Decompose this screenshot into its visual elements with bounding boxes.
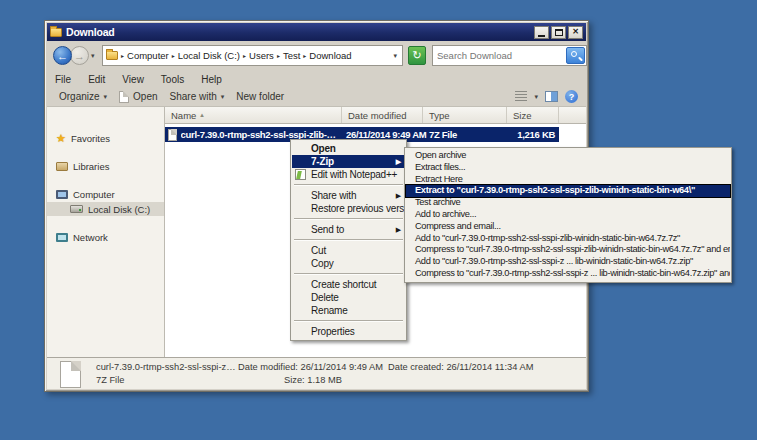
menu-tools[interactable]: Tools: [161, 74, 184, 85]
7zip-submenu: Open archive Extract files... Extract He…: [404, 147, 732, 283]
forward-button[interactable]: →: [70, 46, 89, 65]
views-dropdown-icon[interactable]: ▾: [534, 93, 538, 101]
address-dropdown-icon[interactable]: ▾: [393, 52, 399, 60]
organize-label: Organize: [59, 91, 100, 102]
details-size: Size: 1.18 MB: [284, 375, 342, 385]
help-icon[interactable]: ?: [565, 90, 578, 103]
column-label: Name: [171, 110, 196, 121]
menu-separator: [294, 218, 403, 220]
breadcrumb-separator-icon: ▸: [243, 52, 246, 59]
breadcrumb-item-computer[interactable]: Computer: [127, 50, 169, 61]
context-menu-item-create-shortcut[interactable]: Create shortcut: [292, 278, 405, 291]
search-button[interactable]: [566, 47, 585, 64]
context-menu: Open 7-Zip ▶ Edit with Notepad++ Share w…: [290, 139, 407, 341]
sidebar-item-favorites[interactable]: ★ Favorites: [47, 131, 164, 145]
context-menu-item-copy[interactable]: Copy: [292, 257, 405, 270]
column-header-type[interactable]: Type: [423, 107, 507, 123]
sidebar-item-network[interactable]: Network: [47, 230, 164, 244]
submenu-item-extract-to[interactable]: Extract to "curl-7.39.0-rtmp-ssh2-ssl-ss…: [406, 185, 730, 197]
maximize-button[interactable]: [551, 26, 566, 39]
submenu-item-compress-zip-email[interactable]: Compress to "curl-7.39.0-rtmp-ssh2-ssl-s…: [406, 268, 730, 280]
chevron-down-icon: ▾: [221, 93, 225, 101]
breadcrumb[interactable]: ▸ Computer ▸ Local Disk (C:) ▸ Users ▸ T…: [102, 45, 403, 66]
menu-edit[interactable]: Edit: [88, 74, 105, 85]
submenu-arrow-icon: ▶: [396, 192, 401, 199]
file-type: 7Z File: [423, 129, 507, 140]
breadcrumb-item-users[interactable]: Users: [249, 50, 274, 61]
submenu-item-extract-here[interactable]: Extract Here: [406, 174, 730, 186]
search-input[interactable]: [437, 48, 562, 63]
new-folder-label: New folder: [236, 91, 284, 102]
submenu-item-compress-email[interactable]: Compress and email...: [406, 221, 730, 233]
column-header-size[interactable]: Size: [507, 107, 559, 123]
nav-history-dropdown[interactable]: ▾: [91, 52, 95, 60]
submenu-item-add-to-7z[interactable]: Add to "curl-7.39.0-rtmp-ssh2-ssl-sspi-z…: [406, 233, 730, 245]
context-menu-item-rename[interactable]: Rename: [292, 304, 405, 317]
address-band: ← → ▾ ▸ Computer ▸ Local Disk (C:) ▸ Use…: [47, 41, 586, 71]
notepad-plus-plus-icon: [295, 169, 306, 180]
minimize-button[interactable]: [534, 26, 549, 39]
column-header-name[interactable]: Name ▴: [165, 107, 342, 123]
close-icon: ✕: [572, 28, 579, 36]
breadcrumb-separator-icon: ▸: [303, 52, 306, 59]
context-menu-item-open[interactable]: Open: [292, 142, 405, 155]
search-icon: [571, 51, 577, 57]
folder-icon: [50, 28, 62, 37]
submenu-item-add-to-zip[interactable]: Add to "curl-7.39.0-rtmp-ssh2-ssl-sspi-z…: [406, 256, 730, 268]
menu-view[interactable]: View: [122, 74, 144, 85]
context-menu-item-7zip[interactable]: 7-Zip ▶: [292, 155, 405, 168]
breadcrumb-separator-icon: ▸: [277, 52, 280, 59]
change-view-icon[interactable]: [515, 91, 527, 102]
column-header-date-modified[interactable]: Date modified: [342, 107, 423, 123]
refresh-button[interactable]: ↻: [408, 46, 426, 65]
close-button[interactable]: ✕: [568, 26, 583, 39]
column-label: Date modified: [348, 110, 407, 121]
details-file-type: 7Z File: [96, 375, 124, 385]
context-menu-item-edit-notepad[interactable]: Edit with Notepad++: [292, 168, 405, 181]
back-icon: ←: [57, 50, 68, 62]
submenu-item-add-to-archive[interactable]: Add to archive...: [406, 209, 730, 221]
sidebar-label: Libraries: [73, 161, 109, 172]
menu-help[interactable]: Help: [201, 74, 222, 85]
context-menu-item-restore-versions[interactable]: Restore previous versions: [292, 202, 405, 215]
context-menu-label: Edit with Notepad++: [311, 169, 397, 180]
submenu-arrow-icon: ▶: [396, 158, 401, 165]
sidebar-item-local-disk[interactable]: Local Disk (C:): [47, 202, 164, 216]
context-menu-item-cut[interactable]: Cut: [292, 244, 405, 257]
breadcrumb-item-test[interactable]: Test: [283, 50, 300, 61]
file-icon: [168, 129, 177, 141]
menu-separator: [294, 273, 403, 275]
title-bar[interactable]: Download ✕: [47, 23, 586, 41]
organize-button[interactable]: Organize ▾: [59, 91, 107, 102]
context-menu-item-delete[interactable]: Delete: [292, 291, 405, 304]
breadcrumb-item-local-disk[interactable]: Local Disk (C:): [178, 50, 240, 61]
share-with-label: Share with: [170, 91, 217, 102]
context-menu-item-share-with[interactable]: Share with ▶: [292, 189, 405, 202]
sidebar-label: Favorites: [71, 133, 110, 144]
context-menu-item-properties[interactable]: Properties: [292, 325, 405, 338]
submenu-arrow-icon: ▶: [396, 226, 401, 233]
file-icon: [119, 91, 129, 103]
breadcrumb-item-download[interactable]: Download: [309, 50, 351, 61]
new-folder-button[interactable]: New folder: [236, 91, 284, 102]
sidebar-item-libraries[interactable]: Libraries: [47, 159, 164, 173]
share-with-button[interactable]: Share with ▾: [170, 91, 225, 102]
submenu-item-test-archive[interactable]: Test archive: [406, 197, 730, 209]
preview-pane-icon[interactable]: [545, 91, 558, 102]
open-button[interactable]: Open: [119, 91, 157, 103]
details-pane: curl-7.39.0-rtmp-ssh2-ssl-sspi-zlib-wini…: [47, 357, 586, 389]
submenu-item-open-archive[interactable]: Open archive: [406, 150, 730, 162]
submenu-item-extract-files[interactable]: Extract files...: [406, 162, 730, 174]
sidebar-label: Local Disk (C:): [88, 204, 150, 215]
context-menu-label: Send to: [311, 224, 344, 235]
menu-separator: [294, 184, 403, 186]
sidebar-label: Network: [73, 232, 108, 243]
sidebar-item-computer[interactable]: Computer: [47, 187, 164, 201]
breadcrumb-separator-icon: ▸: [172, 52, 175, 59]
submenu-item-compress-7z-email[interactable]: Compress to "curl-7.39.0-rtmp-ssh2-ssl-s…: [406, 244, 730, 256]
command-toolbar: Organize ▾ Open Share with ▾ New folder …: [47, 87, 586, 107]
desktop: Download ✕ ← → ▾ ▸ Computer ▸ Local Disk…: [0, 0, 757, 440]
context-menu-item-send-to[interactable]: Send to ▶: [292, 223, 405, 236]
back-button[interactable]: ←: [53, 46, 72, 65]
menu-file[interactable]: File: [55, 74, 71, 85]
